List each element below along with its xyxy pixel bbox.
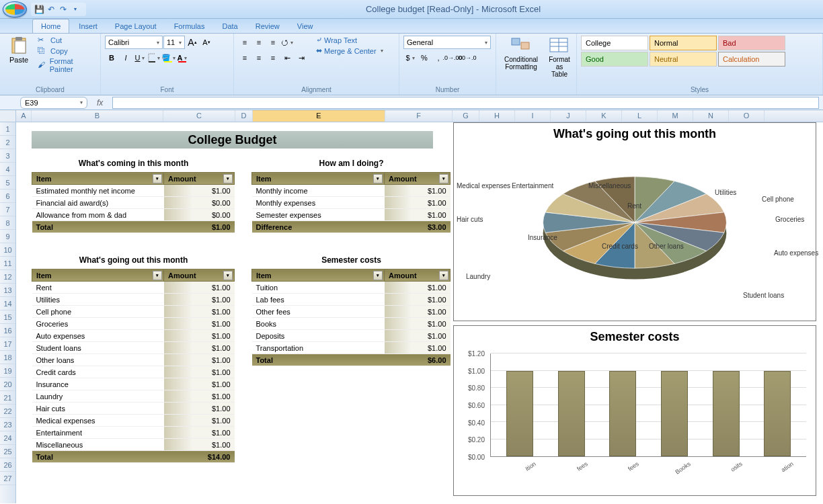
fill-color-button[interactable]: 🪣▾ [161,51,175,65]
table-row[interactable]: Auto expenses$1.00 [32,330,235,342]
row-header-26[interactable]: 26 [0,458,15,472]
col-header-I[interactable]: I [515,110,551,122]
table-row[interactable]: Monthly expenses$1.00 [252,197,450,209]
tab-data[interactable]: Data [214,19,245,33]
redo-icon[interactable]: ↷ [58,4,69,15]
table-row[interactable]: Semester expenses$1.00 [252,209,450,221]
table-row[interactable]: Monthly income$1.00 [252,185,450,197]
borders-button[interactable]: ▾ [147,51,161,65]
col-header-K[interactable]: K [586,110,622,122]
col-header-O[interactable]: O [729,110,765,122]
align-center-button[interactable]: ≡ [252,51,266,65]
col-header-L[interactable]: L [622,110,658,122]
row-header-11[interactable]: 11 [0,257,15,270]
row-header-5[interactable]: 5 [0,176,15,190]
worksheet-cells[interactable]: College Budget What's coming in this mon… [16,122,823,503]
underline-button[interactable]: U▾ [133,51,147,65]
name-box[interactable]: E39▾ [20,97,87,109]
chart-pie[interactable]: What's going out this month Miscellaneou… [453,122,816,321]
filter-button[interactable]: ▾ [223,271,233,280]
col-header-C[interactable]: C [163,110,235,122]
office-button[interactable] [3,1,27,17]
cell-style-bad[interactable]: Bad [718,36,785,50]
table-row[interactable]: Credit cards$1.00 [32,366,235,378]
undo-icon[interactable]: ↶ [46,4,56,15]
tab-review[interactable]: Review [247,19,288,33]
filter-button[interactable]: ▾ [153,174,162,183]
orientation-button[interactable]: ⭯▾ [280,36,294,49]
row-header-21[interactable]: 21 [0,391,15,405]
cell-style-normal[interactable]: Normal [650,36,717,50]
row-header-15[interactable]: 15 [0,310,15,324]
row-header-3[interactable]: 3 [0,149,15,163]
cell-style-college[interactable]: College [581,36,648,50]
copy-button[interactable]: ⿻Copy [36,46,96,56]
col-header-A[interactable]: A [16,110,32,122]
increase-indent-button[interactable]: ⇥ [295,51,308,65]
row-header-27[interactable]: 27 [0,472,15,485]
cell-style-calculation[interactable]: Calculation [718,52,785,67]
fx-icon[interactable]: fx [97,98,103,108]
table-row[interactable]: Lab fees$1.00 [252,294,450,306]
decrease-decimal-button[interactable]: .00→.0 [460,51,473,65]
row-header-6[interactable]: 6 [0,190,15,203]
table-row[interactable]: Entertainment$1.00 [32,427,235,439]
font-color-button[interactable]: A▾ [175,51,189,65]
table-row[interactable]: Financial aid award(s)$0.00 [32,197,235,209]
col-header-B[interactable]: B [32,110,163,122]
row-header-18[interactable]: 18 [0,351,15,364]
filter-button[interactable]: ▾ [223,174,233,183]
cell-style-good[interactable]: Good [581,52,648,67]
row-header-12[interactable]: 12 [0,270,15,284]
tab-page-layout[interactable]: Page Layout [107,19,165,33]
col-header-D[interactable]: D [235,110,253,122]
select-all-corner[interactable] [0,110,16,122]
row-header-16[interactable]: 16 [0,324,15,337]
number-format-combo[interactable]: General▾ [403,36,491,49]
table-row[interactable]: Hair cuts$1.00 [32,403,235,415]
percent-button[interactable]: % [418,51,431,65]
table-row[interactable]: Other fees$1.00 [252,306,450,318]
merge-center-button[interactable]: ⬌Merge & Center▾ [315,46,385,55]
filter-button[interactable]: ▾ [439,174,448,183]
table-row[interactable]: Allowance from mom & dad$0.00 [32,209,235,221]
row-header-23[interactable]: 23 [0,418,15,431]
font-size-combo[interactable]: 11▾ [163,36,185,49]
align-top-button[interactable]: ≡ [238,36,251,49]
row-header-25[interactable]: 25 [0,445,15,458]
table-row[interactable]: Books$1.00 [252,318,450,330]
grow-font-button[interactable]: A▴ [186,36,199,49]
table-row[interactable]: Miscellaneous$1.00 [32,439,235,451]
table-row[interactable]: Groceries$1.00 [32,318,235,330]
row-header-17[interactable]: 17 [0,337,15,351]
row-header-9[interactable]: 9 [0,230,15,243]
col-header-F[interactable]: F [385,110,453,122]
table-row[interactable]: Medical expenses$1.00 [32,415,235,427]
tab-view[interactable]: View [289,19,321,33]
wrap-text-button[interactable]: ⤶Wrap Text [315,36,385,44]
row-header-24[interactable]: 24 [0,431,15,445]
row-header-19[interactable]: 19 [0,364,15,378]
col-header-J[interactable]: J [551,110,586,122]
font-family-combo[interactable]: Calibri▾ [105,36,163,49]
cell-style-neutral[interactable]: Neutral [650,52,717,67]
table-row[interactable]: Tuition$1.00 [252,282,450,294]
filter-button[interactable]: ▾ [373,174,383,183]
col-header-M[interactable]: M [658,110,693,122]
table-row[interactable]: Estimated monthly net income$1.00 [32,185,235,197]
row-header-7[interactable]: 7 [0,203,15,216]
col-header-E[interactable]: E [253,110,385,122]
table-row[interactable]: Cell phone$1.00 [32,306,235,318]
table-row[interactable]: Utilities$1.00 [32,294,235,306]
table-row[interactable]: Rent$1.00 [32,282,235,294]
row-header-22[interactable]: 22 [0,405,15,418]
filter-button[interactable]: ▾ [439,271,448,280]
bold-button[interactable]: B [105,51,118,65]
formula-input[interactable] [112,97,819,109]
row-header-20[interactable]: 20 [0,378,15,391]
currency-button[interactable]: $▾ [403,51,417,65]
table-row[interactable]: Student loans$1.00 [32,342,235,354]
tab-formulas[interactable]: Formulas [166,19,213,33]
align-bottom-button[interactable]: ≡ [266,36,280,49]
row-header-4[interactable]: 4 [0,163,15,176]
